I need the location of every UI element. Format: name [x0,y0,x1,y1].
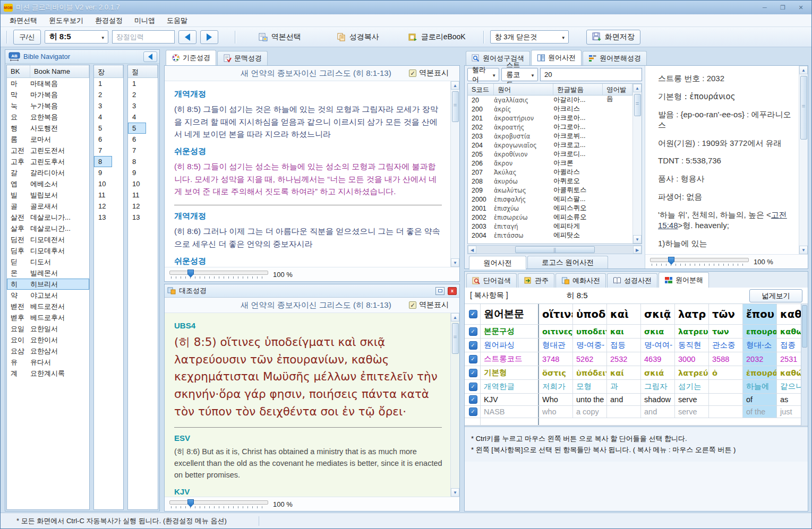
scroll-up-icon[interactable] [451,313,459,322]
strongs-row[interactable]: 205ἀκροθίνιον아크로디... [468,150,632,159]
strongs-row[interactable]: 202ἀκροατής아그로아... [468,123,632,132]
previous-verse-button[interactable] [178,30,196,44]
old-new-testament-button[interactable]: 구/신 [13,30,41,45]
analysis-cell[interactable]: 접등 [607,339,641,352]
strongs-row[interactable]: 2002ἐπισωρεύω에피소류오 [468,213,632,222]
greek-word-header[interactable]: τῶν [709,304,743,324]
language-combo[interactable]: 헬라어 [467,68,499,81]
menu-item-3[interactable]: 미니앱 [129,14,161,27]
book-row[interactable]: 몬빌레몬서 [7,267,89,279]
strongs-row[interactable]: 209ἀκωλύτως아콜뤼토스 [468,186,632,195]
analysis-cell[interactable]: unto the [573,394,607,405]
analysis-row-label[interactable]: 개역한글 [481,380,539,393]
chapter-row[interactable]: 1 [94,78,123,89]
scroll-up-icon[interactable] [633,84,642,92]
row-checkbox-cell[interactable] [465,325,481,338]
analysis-cell[interactable]: and [607,394,641,405]
chapter-row[interactable]: 4 [94,111,123,123]
analysis-cell[interactable]: λατρεύ [675,366,709,379]
analysis-row-label[interactable]: NASB [481,406,539,418]
close-button[interactable] [793,3,808,12]
strongs-row[interactable]: 204ἀκρογωνιαῖος아크로고... [468,141,632,150]
scrollbar-thumb[interactable] [634,94,641,116]
verse-row[interactable]: 3 [128,100,158,111]
book-row[interactable]: 마마태복음 [7,78,89,89]
scroll-down-icon[interactable] [633,235,642,244]
verse-row[interactable]: 13 [128,212,158,223]
scrollbar-thumb[interactable] [452,323,459,354]
dict-source-tab-1[interactable]: 로고스 원어사전 [527,256,608,268]
restore-window-button[interactable] [435,287,445,295]
analysis-cell[interactable]: 동직현 [675,339,709,352]
book-row[interactable]: 요요한복음 [7,111,89,123]
screen-save-button[interactable]: 화면저장 [586,30,640,45]
analysis-cell[interactable]: 2532 [607,352,641,366]
book-row[interactable]: 엡에베소서 [7,178,89,189]
vertical-scrollbar[interactable] [450,81,459,267]
analysis-tab-4[interactable]: 원어분해 [659,272,709,288]
version-select-button[interactable]: 역본선택 [253,30,306,44]
book-row[interactable]: 막마가복음 [7,89,89,100]
scroll-down-icon[interactable] [451,488,459,497]
analysis-tab-0[interactable]: 단어검색 [466,273,517,288]
analysis-cell[interactable]: 관소중 [709,339,743,352]
row-checkbox-cell[interactable] [465,304,481,324]
column-header-bk[interactable]: BK [7,65,30,77]
chapter-row[interactable]: 5 [94,123,123,134]
analysis-cell[interactable]: 섬기는 [675,380,709,393]
analysis-cell[interactable]: 형대관 [539,339,573,352]
book-row[interactable]: 요이요한이서 [7,334,89,345]
analysis-cell[interactable]: 형대-소 [743,339,777,352]
chapter-row[interactable]: 13 [94,212,123,223]
analysis-tab-1[interactable]: 관주 [518,273,554,288]
menu-item-2[interactable]: 환경설정 [89,14,129,27]
analysis-cell[interactable]: σκια [641,325,675,338]
analysis-cell[interactable]: shadow [641,394,675,405]
analysis-row-label[interactable]: 본문구성 [481,325,539,338]
window-preset-combo[interactable]: 창 3개 닫은것 [490,30,569,44]
analysis-cell[interactable]: 그림자 [641,380,675,393]
book-row[interactable]: 딤후디모데후서 [7,245,89,256]
strong-code-input[interactable] [540,68,642,81]
column-header-word[interactable]: 원어 [494,84,553,95]
verse-row[interactable]: 2 [128,89,158,100]
book-row[interactable]: 고후고린도후서 [7,156,89,167]
analysis-row-label[interactable]: 스트롱코드 [481,352,539,366]
analysis-cell[interactable]: 5262 [573,352,607,366]
verse-row[interactable]: 10 [128,178,158,189]
column-header-english[interactable]: 영어발음 [603,84,632,95]
analysis-cell[interactable]: 모형 [573,380,607,393]
analysis-cell[interactable]: καί [607,366,641,379]
book-row[interactable]: 눅누가복음 [7,100,89,111]
verse-row[interactable]: 5 [128,123,146,134]
greek-word-header[interactable]: λατρ [675,304,709,324]
analysis-cell[interactable]: 2032 [743,352,777,366]
book-row[interactable]: 골골로새서 [7,201,89,212]
row-checkbox-cell[interactable] [465,394,481,405]
verse-row[interactable]: 8 [128,156,158,167]
book-row[interactable]: 계요한계시록 [7,368,89,379]
strongs-row[interactable]: 201ἀκροατήριον아크로아... [468,114,632,123]
analysis-cell[interactable]: 3588 [709,352,743,366]
analysis-cell[interactable]: ὑπόδειγ [573,366,607,379]
strongs-row[interactable]: 208ἀκυρόω아퀴로오 [468,177,632,186]
book-row[interactable]: 살전데살로니가... [7,212,89,223]
analysis-cell[interactable]: of [743,394,777,405]
strongs-row[interactable]: 2004ἐπιτάσσω에피탓소 [468,231,632,240]
column-header-chapter[interactable]: 장 [94,65,123,77]
column-header-korean[interactable]: 한글발음 [553,84,603,95]
row-checkbox-cell[interactable] [465,366,481,379]
verse-row[interactable]: 11 [128,189,158,201]
glory-ebook-button[interactable]: 글로리eBooK [403,30,471,44]
column-header-verse[interactable]: 절 [128,65,158,77]
lexicon-tab-2[interactable]: 원어분해성경 [583,51,647,65]
row-checkbox-cell[interactable] [465,339,481,352]
version-display-toggle[interactable]: 역본표시 [409,68,449,78]
vertical-scrollbar[interactable] [450,313,459,497]
scroll-right-icon[interactable] [633,246,642,254]
analysis-cell[interactable]: 명-여여- [641,339,675,352]
greek-word-header[interactable]: ὑποδ [573,304,607,324]
book-row[interactable]: 빌빌립보서 [7,189,89,201]
row-checkbox-cell[interactable] [465,406,481,418]
vertical-scrollbar[interactable] [801,304,808,426]
